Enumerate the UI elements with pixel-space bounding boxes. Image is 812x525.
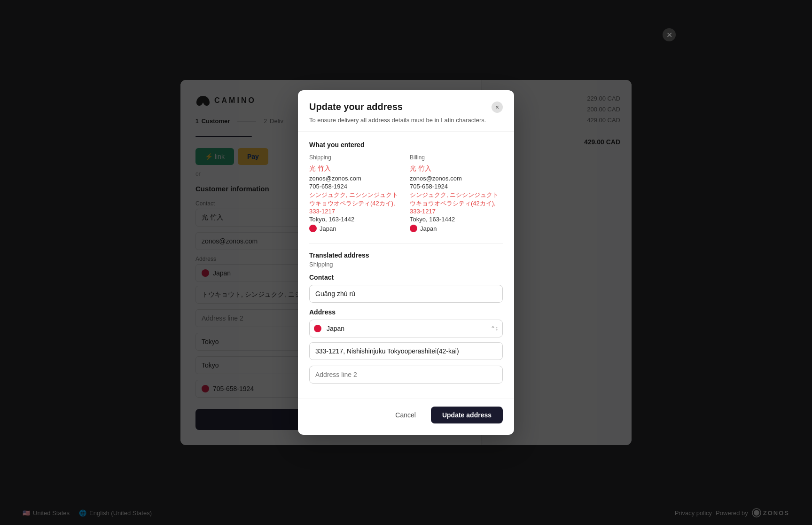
address-line2-input[interactable] — [309, 366, 503, 384]
shipping-japan-flag — [309, 225, 317, 232]
shipping-email: zonos@zonos.com — [309, 175, 402, 182]
billing-country-row: Japan — [410, 225, 503, 232]
shipping-column: Shipping 光 竹入 zonos@zonos.com 705-658-19… — [309, 154, 402, 232]
modal-overlay[interactable]: Update your address × To ensure delivery… — [0, 0, 812, 525]
shipping-address: シンジュクク, ニシシンジュクトウキョウオペラシティ(42カイ), 333-12… — [309, 191, 402, 215]
modal-body: What you entered Shipping 光 竹入 zonos@zon… — [298, 132, 514, 399]
shipping-name: 光 竹入 — [309, 165, 402, 173]
shipping-country: Japan — [320, 225, 336, 232]
modal-subtitle: To ensure delivery all address details m… — [298, 113, 514, 132]
modal-footer: Cancel Update address — [298, 399, 514, 435]
contact-name-input[interactable] — [309, 285, 503, 303]
cancel-button[interactable]: Cancel — [386, 407, 425, 423]
modal-header: Update your address × — [298, 90, 514, 113]
billing-phone: 705-658-1924 — [410, 183, 503, 190]
billing-address: シンジュクク, ニシシンジュクトウキョウオペラシティ(42カイ), 333-12… — [410, 191, 503, 215]
what-you-entered-label: What you entered — [309, 141, 503, 149]
country-select-wrapper: Japan United States ⌃↕ — [309, 320, 503, 337]
billing-column: Billing 光 竹入 zonos@zonos.com 705-658-192… — [410, 154, 503, 232]
billing-email: zonos@zonos.com — [410, 175, 503, 182]
address-section-label: Address — [309, 308, 503, 316]
billing-city-zip: Tokyo, 163-1442 — [410, 216, 503, 223]
modal-title: Update your address — [309, 102, 403, 112]
translated-label: Translated address — [309, 251, 503, 259]
address-line1-input[interactable] — [309, 342, 503, 360]
update-address-button[interactable]: Update address — [431, 407, 503, 423]
section-divider — [309, 243, 503, 244]
billing-col-label: Billing — [410, 154, 503, 161]
billing-country: Japan — [420, 225, 437, 232]
shipping-city-zip: Tokyo, 163-1442 — [309, 216, 402, 223]
shipping-col-label: Shipping — [309, 154, 402, 161]
billing-name: 光 竹入 — [410, 165, 503, 173]
address-columns: Shipping 光 竹入 zonos@zonos.com 705-658-19… — [309, 154, 503, 232]
modal-close-button[interactable]: × — [492, 102, 503, 113]
contact-label: Contact — [309, 274, 503, 281]
country-select[interactable]: Japan United States — [309, 320, 503, 337]
update-address-modal: Update your address × To ensure delivery… — [298, 90, 514, 435]
translated-shipping-label: Shipping — [309, 261, 503, 268]
shipping-phone: 705-658-1924 — [309, 183, 402, 190]
billing-japan-flag — [410, 225, 417, 232]
shipping-country-row: Japan — [309, 225, 402, 232]
